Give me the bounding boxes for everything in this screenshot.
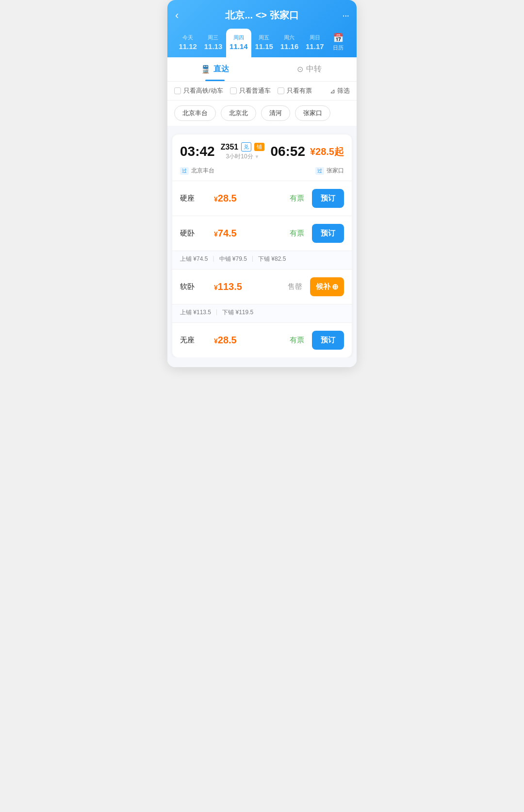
- tab-direct-label: 直达: [213, 64, 229, 74]
- divider2: |: [252, 255, 253, 263]
- book-button-yingwo[interactable]: 预订: [312, 224, 344, 243]
- depart-time: 03:42: [180, 144, 219, 159]
- arrive-block: 06:52: [266, 144, 305, 159]
- calendar-tab[interactable]: 📅 日历: [328, 29, 349, 57]
- yingwo-middle-price: 中铺 ¥79.5: [219, 255, 247, 263]
- station-tag-qinghe[interactable]: 清河: [261, 105, 290, 121]
- header: ‹ 北京... <> 张家口 ··· 今天 11.12 周三 11.13 周四 …: [167, 0, 357, 57]
- arrive-sub-tag: 过: [315, 167, 324, 175]
- seat-price-yingwo: ¥74.5: [214, 228, 290, 239]
- mode-tabs: 🚆 直达 ⊙ 中转: [167, 57, 357, 82]
- day-label: 今天: [182, 34, 193, 41]
- depart-block: 03:42: [180, 144, 219, 159]
- ruanwo-upper-price: 上铺 ¥113.5: [180, 308, 211, 317]
- yingwo-upper-price: 上铺 ¥74.5: [180, 255, 208, 263]
- date-label: 11.12: [179, 42, 197, 51]
- filter-putong[interactable]: 只看普通车: [230, 86, 271, 95]
- book-button-wuzuo[interactable]: 预订: [312, 331, 344, 350]
- date-tab-1113[interactable]: 周三 11.13: [200, 29, 226, 57]
- date-tab-1112[interactable]: 今天 11.12: [175, 29, 200, 57]
- filter-youpiao-label: 只看有票: [287, 86, 312, 95]
- seat-status-wuzuo: 有票: [290, 336, 304, 345]
- station-tag-beijing-north[interactable]: 北京北: [221, 105, 256, 121]
- date-tab-1114[interactable]: 周四 11.14: [226, 29, 251, 57]
- filter-select-button[interactable]: ⊿ 筛选: [330, 86, 350, 95]
- filter-select-label: 筛选: [337, 86, 350, 95]
- seat-row-ruanwo: 软卧 ¥113.5 售罄 候补 ⊕: [172, 269, 352, 304]
- calendar-label: 日历: [333, 44, 344, 51]
- seat-row-yingwo: 硬卧 ¥74.5 有票 预订: [172, 216, 352, 251]
- station-tags: 北京丰台 北京北 清河 张家口: [167, 101, 357, 130]
- day-label: 周六: [284, 34, 295, 41]
- price-block: ¥28.5起: [305, 145, 344, 158]
- seat-row-wuzuo: 无座 ¥28.5 有票 预订: [172, 322, 352, 357]
- yingwo-sub-prices: 上铺 ¥74.5 | 中铺 ¥79.5 | 下铺 ¥82.5: [172, 251, 352, 269]
- date-label: 11.15: [255, 42, 273, 51]
- day-label: 周五: [259, 34, 269, 41]
- book-button-yingzuo[interactable]: 预订: [312, 189, 344, 208]
- main-content: 🚆 直达 ⊙ 中转 只看高铁/动车 只看普通车 只看有票 ⊿: [167, 57, 357, 367]
- tab-direct[interactable]: 🚆 直达: [167, 57, 262, 81]
- seat-type-yingwo: 硬卧: [180, 229, 204, 238]
- train-icon: 🚆: [201, 65, 211, 74]
- date-label: 11.14: [229, 42, 248, 51]
- date-tab-1116[interactable]: 周六 11.16: [277, 29, 302, 57]
- tab-transfer-label: 中转: [306, 64, 322, 74]
- date-tabs: 今天 11.12 周三 11.13 周四 11.14 周五 11.15 周六 1…: [175, 29, 349, 57]
- train-header[interactable]: 03:42 Z351 兑 铺 3小时10分 ▼ 06:52: [172, 135, 352, 167]
- calendar-icon: 📅: [333, 33, 344, 43]
- seat-status-yingzuo: 有票: [290, 194, 304, 203]
- train-number: Z351: [221, 143, 238, 152]
- app-container: ‹ 北京... <> 张家口 ··· 今天 11.12 周三 11.13 周四 …: [167, 0, 357, 367]
- tag-pu: 铺: [254, 143, 264, 151]
- back-button[interactable]: ‹: [175, 9, 191, 22]
- date-tab-1115[interactable]: 周五 11.15: [251, 29, 277, 57]
- depart-sub-station-name: 北京丰台: [191, 167, 214, 175]
- station-tag-fengtai[interactable]: 北京丰台: [174, 105, 216, 121]
- checkbox-gaotie[interactable]: [174, 87, 181, 94]
- checkbox-putong[interactable]: [230, 87, 237, 94]
- arrive-time: 06:52: [266, 144, 305, 159]
- checkbox-youpiao[interactable]: [278, 87, 284, 94]
- more-button[interactable]: ···: [333, 10, 349, 21]
- train-number-row: Z351 兑 铺: [221, 142, 264, 152]
- seat-type-ruanwo: 软卧: [180, 282, 204, 291]
- filter-youpiao[interactable]: 只看有票: [278, 86, 312, 95]
- date-label: 11.17: [306, 42, 324, 51]
- date-label: 11.13: [204, 42, 223, 51]
- train-middle: Z351 兑 铺 3小时10分 ▼: [219, 142, 266, 161]
- seat-status-ruanwo: 售罄: [288, 282, 302, 291]
- plus-icon: ⊕: [332, 282, 338, 291]
- filter-gaotie[interactable]: 只看高铁/动车: [174, 86, 223, 95]
- sub-station-row: 过 北京丰台 过 张家口: [172, 167, 352, 181]
- filter-funnel-icon: ⊿: [330, 87, 335, 95]
- station-tag-zhangjiakou[interactable]: 张家口: [295, 105, 330, 121]
- seat-type-yingzuo: 硬座: [180, 194, 204, 203]
- bottom-spacer: [167, 357, 357, 367]
- seat-price-yingzuo: ¥28.5: [214, 193, 290, 204]
- depart-sub-station: 过 北京丰台: [180, 167, 214, 175]
- date-label: 11.16: [280, 42, 299, 51]
- waitlist-label: 候补: [316, 282, 330, 291]
- tab-transfer[interactable]: ⊙ 中转: [262, 57, 357, 81]
- seat-price-wuzuo: ¥28.5: [214, 335, 290, 346]
- seat-price-ruanwo: ¥113.5: [214, 281, 288, 292]
- tag-mian: 兑: [241, 142, 251, 152]
- seat-block-yingwo: 硬卧 ¥74.5 有票 预订 上铺 ¥74.5 | 中铺 ¥79.5 | 下铺 …: [172, 216, 352, 269]
- day-label: 周三: [208, 34, 218, 41]
- page-title: 北京... <> 张家口: [191, 9, 333, 22]
- day-label: 周四: [233, 34, 244, 41]
- ruanwo-sub-prices: 上铺 ¥113.5 | 下铺 ¥119.5: [172, 304, 352, 322]
- seat-type-wuzuo: 无座: [180, 336, 204, 345]
- yingwo-lower-price: 下铺 ¥82.5: [258, 255, 286, 263]
- waitlist-button-ruanwo[interactable]: 候补 ⊕: [310, 277, 344, 296]
- seat-status-yingwo: 有票: [290, 229, 304, 238]
- duration-row: 3小时10分 ▼: [226, 152, 260, 161]
- seat-block-ruanwo: 软卧 ¥113.5 售罄 候补 ⊕ 上铺 ¥113.5 | 下铺 ¥119.5: [172, 269, 352, 322]
- seat-row-yingzuo: 硬座 ¥28.5 有票 预订: [172, 181, 352, 216]
- arrive-sub-station: 过 张家口: [315, 167, 344, 175]
- date-tab-1117[interactable]: 周日 11.17: [302, 29, 328, 57]
- arrive-sub-station-name: 张家口: [327, 167, 344, 175]
- duration-label: 3小时10分: [226, 152, 253, 161]
- transfer-icon: ⊙: [297, 65, 303, 74]
